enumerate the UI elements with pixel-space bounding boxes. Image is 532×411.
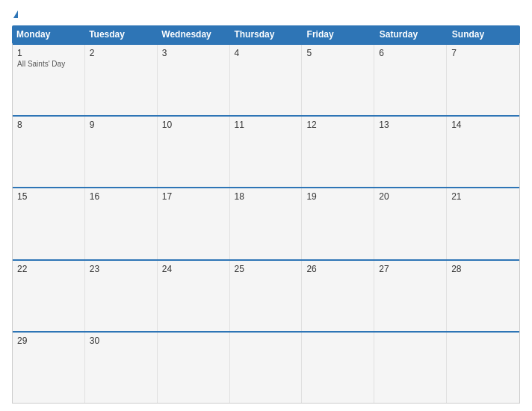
cal-cell: 2 xyxy=(85,45,158,115)
day-number: 30 xyxy=(90,336,152,346)
day-number: 24 xyxy=(162,264,225,274)
cal-cell: 26 xyxy=(302,261,374,331)
day-number: 14 xyxy=(451,120,515,130)
day-number: 7 xyxy=(451,48,515,58)
cal-cell xyxy=(447,333,519,403)
calendar-event: All Saints' Day xyxy=(17,60,80,68)
week-row-1: 1All Saints' Day234567 xyxy=(13,43,519,115)
cal-cell: 24 xyxy=(158,261,230,331)
day-header-monday: Monday xyxy=(12,25,84,43)
cal-cell: 7 xyxy=(447,45,519,115)
cal-cell xyxy=(230,333,303,403)
day-number: 12 xyxy=(306,120,369,130)
day-number: 4 xyxy=(235,48,297,58)
cal-cell xyxy=(158,333,230,403)
cal-cell: 13 xyxy=(374,117,447,187)
day-number: 15 xyxy=(17,191,80,202)
day-number: 13 xyxy=(379,120,442,130)
day-number: 18 xyxy=(235,191,297,202)
page-header xyxy=(12,10,520,18)
cal-cell: 23 xyxy=(85,261,158,331)
day-header-sunday: Sunday xyxy=(448,25,520,43)
cal-cell: 19 xyxy=(302,188,374,259)
cal-cell: 1All Saints' Day xyxy=(13,45,85,115)
week-row-3: 15161718192021 xyxy=(13,187,519,259)
week-row-5: 2930 xyxy=(13,331,519,403)
day-number: 10 xyxy=(162,120,225,130)
cal-cell: 29 xyxy=(13,333,85,403)
cal-cell: 17 xyxy=(158,188,230,259)
calendar: MondayTuesdayWednesdayThursdayFridaySatu… xyxy=(12,25,520,404)
day-number: 26 xyxy=(306,264,369,274)
day-header-tuesday: Tuesday xyxy=(84,25,157,43)
day-number: 8 xyxy=(17,120,80,130)
calendar-header: MondayTuesdayWednesdayThursdayFridaySatu… xyxy=(12,25,520,43)
day-number: 9 xyxy=(90,120,152,130)
cal-cell: 27 xyxy=(374,261,447,331)
day-number: 21 xyxy=(451,191,515,202)
day-number: 19 xyxy=(306,191,369,202)
day-number: 22 xyxy=(17,264,80,274)
day-header-wednesday: Wednesday xyxy=(157,25,229,43)
week-row-4: 22232425262728 xyxy=(13,259,519,331)
day-number: 1 xyxy=(17,48,80,58)
week-row-2: 891011121314 xyxy=(13,115,519,187)
day-number: 28 xyxy=(451,264,515,274)
calendar-page: MondayTuesdayWednesdayThursdayFridaySatu… xyxy=(0,0,532,411)
day-header-saturday: Saturday xyxy=(375,25,448,43)
calendar-body: 1All Saints' Day234567891011121314151617… xyxy=(12,43,520,404)
day-number: 2 xyxy=(90,48,152,58)
cal-cell: 15 xyxy=(13,188,85,259)
day-number: 23 xyxy=(90,264,152,274)
day-number: 25 xyxy=(235,264,297,274)
cal-cell: 20 xyxy=(374,188,447,259)
cal-cell: 14 xyxy=(447,117,519,187)
day-header-thursday: Thursday xyxy=(229,25,302,43)
day-header-friday: Friday xyxy=(303,25,375,43)
day-number: 5 xyxy=(306,48,369,58)
cal-cell: 21 xyxy=(447,188,519,259)
cal-cell: 10 xyxy=(158,117,230,187)
logo xyxy=(12,10,18,18)
day-number: 27 xyxy=(379,264,442,274)
day-number: 17 xyxy=(162,191,225,202)
cal-cell: 18 xyxy=(230,188,303,259)
cal-cell: 28 xyxy=(447,261,519,331)
cal-cell: 12 xyxy=(302,117,374,187)
cal-cell xyxy=(374,333,447,403)
cal-cell: 4 xyxy=(230,45,303,115)
logo-triangle-icon xyxy=(13,10,18,18)
cal-cell: 25 xyxy=(230,261,303,331)
day-number: 6 xyxy=(379,48,442,58)
cal-cell: 30 xyxy=(85,333,158,403)
cal-cell: 8 xyxy=(13,117,85,187)
day-number: 29 xyxy=(17,336,80,346)
cal-cell: 16 xyxy=(85,188,158,259)
day-number: 3 xyxy=(162,48,225,58)
day-number: 16 xyxy=(90,191,152,202)
cal-cell: 6 xyxy=(374,45,447,115)
cal-cell: 5 xyxy=(302,45,374,115)
day-number: 11 xyxy=(235,120,297,130)
day-number: 20 xyxy=(379,191,442,202)
cal-cell: 9 xyxy=(85,117,158,187)
cal-cell xyxy=(302,333,374,403)
cal-cell: 3 xyxy=(158,45,230,115)
cal-cell: 22 xyxy=(13,261,85,331)
cal-cell: 11 xyxy=(230,117,303,187)
